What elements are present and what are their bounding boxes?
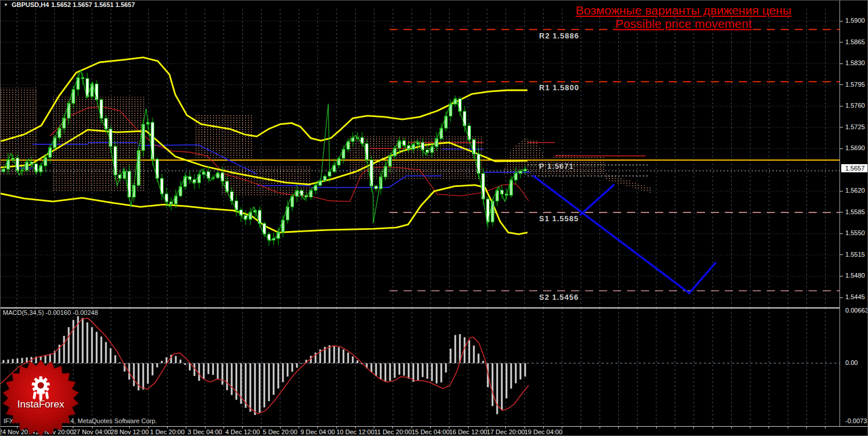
price-axis-tick: [840, 191, 843, 192]
pivot-label: S2 1.5456: [539, 293, 579, 302]
symbol-period-label: GBPUSD,H4: [12, 1, 49, 8]
time-axis-label: 9 Dec 04:00: [300, 428, 335, 435]
time-axis-tick: [580, 427, 581, 428]
time-axis-label: 16 Dec 12:00: [449, 428, 487, 435]
price-axis-label: 1.5865: [845, 38, 865, 45]
price-axis-label: 1.5585: [845, 208, 865, 215]
time-axis-tick: [713, 427, 713, 428]
price-axis-label: 1.5900: [845, 17, 865, 24]
price-axis-tick: [840, 254, 843, 255]
macd-indicator-label: MACD(5,34,5) -0.00160 -0.00248: [3, 309, 98, 316]
price-axis-tick: [840, 127, 843, 127]
gear-icon: [31, 377, 49, 401]
ohlc-quotes-label: 1.5652 1.5657 1.5651 1.5657: [51, 1, 135, 8]
time-axis-label: 17 Dec 20:00: [487, 428, 525, 435]
price-axis-tick: [840, 63, 843, 64]
annotation-text-en: Possible price movement: [554, 17, 813, 30]
time-axis-tick: [261, 427, 261, 428]
macd-axis-label: 0.00663: [845, 307, 868, 314]
pivot-label: P 1.5671: [539, 162, 574, 171]
macd-panel-canvas[interactable]: [1, 308, 839, 426]
time-axis-tick: [825, 427, 826, 428]
time-axis-tick: [299, 427, 299, 428]
macd-axis-label: 0.00: [845, 359, 858, 366]
price-axis-tick: [840, 106, 843, 107]
price-axis-label: 1.5480: [845, 272, 865, 279]
time-axis-tick: [768, 427, 769, 428]
price-axis-label: 1.5690: [845, 144, 865, 151]
time-axis-label: 28 Nov 12:00: [111, 428, 148, 435]
panel-separator[interactable]: [1, 307, 868, 309]
annotation-block: Возможные варианты движения цены Possibl…: [554, 3, 813, 30]
main-chart-canvas[interactable]: [1, 1, 839, 308]
time-axis-tick: [693, 427, 694, 428]
time-axis-label: 11 Dec 20:00: [374, 428, 412, 435]
time-axis-label: 10 Dec 12:00: [336, 428, 374, 435]
price-axis-tick: [840, 233, 843, 234]
time-axis-tick: [788, 427, 788, 428]
logo-wordmark: InstaForex: [2, 399, 80, 410]
price-axis-label: 1.5515: [845, 251, 865, 258]
price-axis-tick: [840, 212, 843, 212]
time-axis-label: 15 Dec 04:00: [412, 428, 449, 435]
pivot-label: R2 1.5886: [539, 31, 579, 40]
time-axis-label: 1 Dec 20:00: [150, 428, 185, 435]
price-axis-tick: [840, 84, 843, 85]
time-axis-tick: [618, 427, 619, 428]
price-axis-tick: [840, 276, 843, 277]
time-axis-tick: [600, 427, 600, 428]
price-axis-label: 1.5550: [845, 229, 865, 236]
time-axis-label: 5 Dec 20:00: [263, 428, 297, 435]
time-axis-tick: [637, 427, 637, 428]
price-axis-tick: [840, 148, 843, 149]
time-axis-tick: [731, 427, 732, 428]
price-axis-label: 1.5445: [845, 293, 865, 300]
price-axis-tick: [840, 21, 843, 22]
time-axis-tick: [656, 427, 657, 428]
time-axis-label: 3 Dec 04:00: [187, 428, 222, 435]
pivot-label: R1 1.5800: [539, 83, 579, 92]
time-axis-label: 4 Dec 12:00: [225, 428, 260, 435]
price-axis-label: 1.5760: [845, 102, 865, 109]
chart-window: ▼GBPUSD,H41.5652 1.5657 1.5651 1.5657 Во…: [0, 0, 868, 436]
current-price-badge: 1.5657: [841, 164, 868, 172]
chart-header: ▼GBPUSD,H41.5652 1.5657 1.5651 1.5657: [3, 1, 137, 9]
time-axis-tick: [224, 427, 224, 428]
annotation-text-ru: Возможные варианты движения цены: [554, 3, 813, 17]
price-axis-tick: [840, 297, 843, 298]
time-axis-label: 19 Dec 04:00: [525, 428, 562, 435]
price-axis-label: 1.5830: [845, 59, 865, 66]
pivot-label: S1 1.5585: [539, 214, 579, 223]
time-axis-tick: [675, 427, 675, 428]
time-axis-tick: [806, 427, 807, 428]
price-axis-tick: [840, 42, 843, 42]
instaforex-logo: [1, 360, 80, 436]
price-axis-label: 1.5725: [845, 123, 865, 130]
price-axis[interactable]: 1.5657 1.59001.58651.58301.57951.57601.5…: [839, 1, 868, 426]
time-axis[interactable]: 24 Nov 201425 Nov 20:0027 Nov 04:0028 No…: [1, 427, 868, 436]
price-axis-label: 1.5620: [845, 187, 865, 194]
time-axis-tick: [750, 427, 750, 428]
macd-axis-label: -0.00737: [845, 417, 868, 424]
price-axis-label: 1.5795: [845, 81, 865, 88]
symbol-dropdown-icon[interactable]: ▼: [3, 2, 8, 8]
time-axis-tick: [186, 427, 186, 428]
